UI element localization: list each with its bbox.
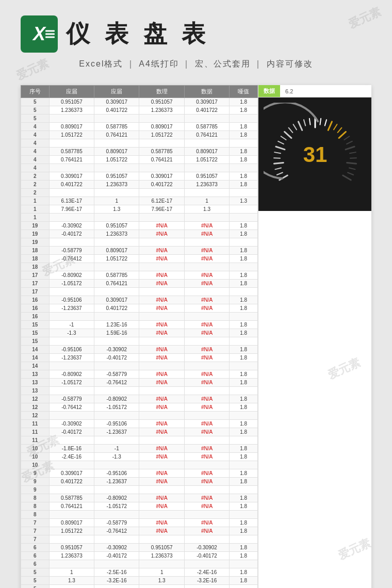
- svg-line-8: [342, 175, 351, 180]
- svg-line-22: [303, 120, 305, 126]
- cell-data: [94, 313, 139, 321]
- table-row: 40.5877850.8090170.5877850.8090171.8: [21, 148, 258, 156]
- cell-data: [230, 115, 258, 123]
- cell-seq: 18: [21, 263, 50, 271]
- table-row: 17: [21, 288, 258, 296]
- cell-data: [230, 362, 258, 370]
- cell-data: -0.95106: [49, 346, 94, 354]
- cell-data: 1.3: [49, 577, 94, 585]
- cell-data: [230, 486, 258, 494]
- cell-data: [230, 436, 258, 445]
- svg-line-25: [320, 119, 321, 125]
- cell-data: [139, 238, 184, 247]
- cell-data: 0.401722: [49, 478, 94, 486]
- table-row: 4: [21, 139, 258, 148]
- cell-data: [184, 387, 229, 395]
- cell-data: 0.587785: [49, 494, 94, 502]
- cell-data: [184, 313, 229, 321]
- cell-data: #N/A: [139, 296, 184, 304]
- cell-seq: 11: [21, 420, 50, 428]
- cell-data: 1.236373: [94, 230, 139, 238]
- col-header-1: 应届: [49, 86, 94, 98]
- svg-line-10: [276, 172, 282, 175]
- cell-seq: 11: [21, 436, 50, 445]
- excel-icon: X: [21, 15, 58, 53]
- svg-line-28: [334, 124, 337, 129]
- table-row: 16-0.951060.309017#N/A#N/A1.8: [21, 296, 258, 304]
- cell-data: [184, 511, 229, 519]
- table-row: 17.96E-171.37.96E-171.3: [21, 205, 258, 214]
- cell-data: [49, 436, 94, 445]
- cell-seq: 19: [21, 238, 50, 247]
- cell-data: #N/A: [184, 453, 229, 461]
- cell-data: #N/A: [139, 379, 184, 387]
- grid-line-2: [45, 34, 55, 35]
- cell-data: 1.236373: [49, 552, 94, 560]
- cell-data: 6.13E-17: [49, 197, 94, 205]
- cell-data: [49, 214, 94, 222]
- cell-data: [230, 337, 258, 346]
- cell-data: #N/A: [139, 428, 184, 436]
- cell-seq: 2: [21, 172, 50, 181]
- cell-data: [139, 436, 184, 445]
- cell-data: -1.05172: [94, 502, 139, 511]
- cell-data: 1.8: [230, 123, 258, 131]
- cell-data: 1.8: [230, 379, 258, 387]
- cell-data: [230, 205, 258, 214]
- cell-data: 7.96E-17: [49, 205, 94, 214]
- table-row: 16.13E-1716.12E-1711.3: [21, 197, 258, 205]
- cell-data: #N/A: [184, 271, 229, 280]
- cell-seq: 1: [21, 205, 50, 214]
- cell-seq: 5: [21, 106, 50, 115]
- cell-seq: 7: [21, 535, 50, 544]
- cell-seq: 10: [21, 445, 50, 453]
- cell-data: 1.8: [230, 494, 258, 502]
- cell-data: [94, 288, 139, 296]
- cell-seq: 19: [21, 230, 50, 238]
- cell-data: [49, 189, 94, 197]
- cell-data: #N/A: [184, 420, 229, 428]
- cell-seq: 8: [21, 494, 50, 502]
- cell-data: 0.809017: [49, 123, 94, 131]
- cell-seq: 4: [21, 164, 50, 172]
- cell-seq: 18: [21, 247, 50, 255]
- main-content: 序号 应届 应届 数理 数据 哑值 50.9510570.3090170.951…: [21, 85, 371, 588]
- cell-data: [184, 189, 229, 197]
- cell-seq: 15: [21, 321, 50, 329]
- cell-data: 1.8: [230, 172, 258, 181]
- cell-data: -0.40172: [49, 428, 94, 436]
- table-row: 13-1.05172-0.76412#N/A#N/A1.8: [21, 379, 258, 387]
- svg-line-21: [298, 122, 302, 130]
- cell-data: -1.23637: [94, 478, 139, 486]
- cell-seq: 5: [21, 98, 50, 106]
- cell-seq: 16: [21, 313, 50, 321]
- cell-data: -2.4E-16: [184, 568, 229, 577]
- svg-line-26: [324, 120, 326, 126]
- cell-data: 0.309017: [94, 98, 139, 106]
- cell-data: [139, 337, 184, 346]
- cell-data: #N/A: [139, 420, 184, 428]
- table-row: 14-1.23637-0.40172#N/A#N/A1.8: [21, 354, 258, 362]
- cell-seq: 11: [21, 428, 50, 436]
- cell-seq: 17: [21, 288, 50, 296]
- cell-data: #N/A: [184, 519, 229, 527]
- cell-seq: 7: [21, 519, 50, 527]
- cell-data: [184, 461, 229, 469]
- cell-data: [230, 387, 258, 395]
- cell-data: 0.951057: [49, 98, 94, 106]
- cell-data: #N/A: [139, 502, 184, 511]
- cell-data: 0.951057: [49, 544, 94, 552]
- cell-seq: 15: [21, 329, 50, 337]
- cell-seq: 12: [21, 395, 50, 403]
- svg-line-1: [347, 141, 352, 144]
- cell-data: 0.951057: [94, 222, 139, 230]
- cell-data: [139, 535, 184, 544]
- cell-data: 1.236373: [49, 106, 94, 115]
- cell-data: 1.8: [230, 420, 258, 428]
- table-row: 15-1.31.59E-16#N/A#N/A1.8: [21, 329, 258, 337]
- cell-data: 1.8: [230, 428, 258, 436]
- cell-data: 0.809017: [184, 148, 229, 156]
- cell-data: -0.95106: [49, 296, 94, 304]
- page: 爱元素 爱元素 爱元素 爱元素 爱元素 爱元素 爱元素 爱元素 X 仪 表 盘 …: [0, 0, 392, 588]
- cell-data: [94, 436, 139, 445]
